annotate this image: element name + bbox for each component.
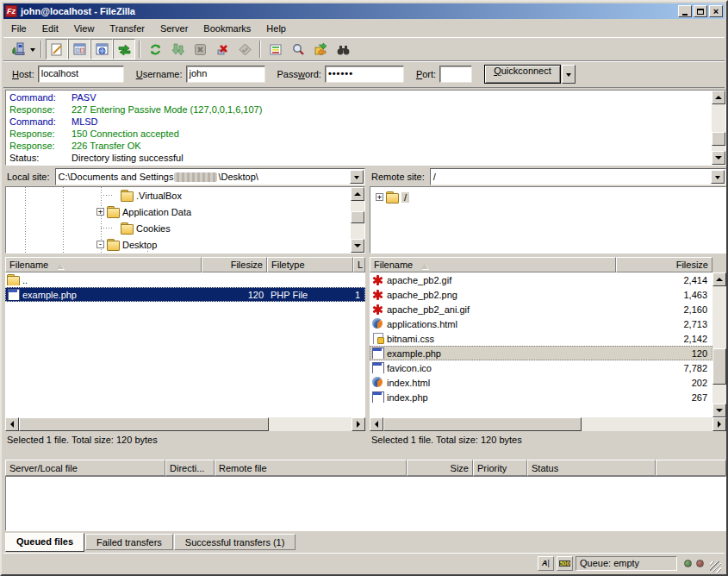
username-input[interactable]: john	[186, 66, 265, 83]
log-scrollbar[interactable]	[712, 91, 725, 165]
file-row-example-php[interactable]: example.php 120 PHP File 1	[5, 287, 365, 302]
toggle-transfer-queue-button[interactable]	[113, 39, 135, 59]
password-input[interactable]: ••••••	[325, 66, 404, 83]
menu-server[interactable]: Server	[152, 21, 196, 36]
menu-view[interactable]: View	[66, 21, 103, 36]
scroll-right-button[interactable]	[352, 417, 365, 431]
queue-header: Server/Local file Directi... Remote file…	[5, 460, 726, 476]
quickconnect-button[interactable]: Quickconnect	[484, 65, 561, 84]
scroll-down-button[interactable]	[712, 404, 726, 417]
column-header-server-local-file[interactable]: Server/Local file	[5, 460, 165, 476]
file-row[interactable]: apache_pb2.gif 2,414	[370, 272, 712, 287]
menu-file[interactable]: File	[3, 21, 34, 36]
tab-failed-transfers[interactable]: Failed transfers	[85, 534, 173, 550]
column-header-status[interactable]: Status	[527, 460, 656, 476]
find-files-button[interactable]	[332, 39, 354, 59]
site-manager-dropdown-arrow[interactable]	[30, 48, 35, 54]
column-header-filesize[interactable]: Filesize	[616, 257, 712, 272]
site-manager-button[interactable]	[7, 39, 29, 59]
scroll-up-button[interactable]	[712, 272, 726, 286]
scrollbar-thumb[interactable]	[351, 211, 364, 223]
scroll-left-button[interactable]	[370, 417, 383, 431]
minimize-button[interactable]	[678, 5, 692, 17]
scroll-left-button[interactable]	[5, 417, 19, 431]
file-row[interactable]: favicon.ico 7,782	[370, 360, 712, 375]
tab-queued-files[interactable]: Queued files	[5, 533, 84, 552]
local-site-dropdown-button[interactable]	[350, 170, 364, 184]
local-tree-scrollbar[interactable]	[351, 187, 364, 253]
log-text: PASV	[72, 91, 96, 103]
local-horizontal-scrollbar[interactable]	[5, 417, 365, 431]
directory-comparison-button[interactable]	[287, 39, 309, 59]
resize-grip[interactable]	[710, 561, 721, 573]
file-row-example-php[interactable]: example.php 120	[370, 346, 712, 360]
tree-item-virtualbox[interactable]: .VirtualBox	[110, 187, 182, 203]
close-button[interactable]: ×	[709, 5, 723, 17]
column-header-filename[interactable]: Filename	[370, 257, 616, 272]
title-bar[interactable]: Fz john@localhost - FileZilla ×	[3, 3, 725, 19]
folder-icon	[121, 222, 134, 234]
host-input[interactable]: localhost	[38, 66, 124, 83]
remote-site-dropdown-button[interactable]	[711, 170, 725, 184]
disconnect-button[interactable]	[211, 39, 233, 59]
remote-site-combo[interactable]: /	[430, 168, 726, 185]
queue-body[interactable]	[5, 476, 726, 531]
toggle-local-tree-button[interactable]	[68, 39, 90, 59]
column-header-priority[interactable]: Priority	[473, 460, 527, 476]
local-list-header: Filename Filesize Filetype L	[5, 257, 365, 272]
tree-item-root[interactable]: + /	[376, 189, 409, 205]
scroll-right-button[interactable]	[712, 417, 726, 431]
file-row[interactable]: index.html 202	[370, 375, 712, 390]
scroll-up-button[interactable]	[712, 91, 725, 104]
tree-item-cookies[interactable]: Cookies	[110, 220, 171, 236]
menu-edit[interactable]: Edit	[34, 21, 66, 36]
local-path-prefix: C:\Documents and Settings	[59, 172, 174, 182]
scrollbar-thumb[interactable]	[19, 417, 269, 431]
file-row[interactable]: applications.html 2,713	[370, 316, 712, 331]
menu-help[interactable]: Help	[258, 21, 294, 36]
process-queue-button[interactable]	[166, 39, 189, 59]
column-header-direction[interactable]: Directi...	[165, 460, 215, 476]
file-row[interactable]: apache_pb2.png 1,463	[370, 287, 712, 302]
scroll-up-button[interactable]	[351, 187, 364, 201]
column-header-size[interactable]: Size	[407, 460, 473, 476]
toggle-message-log-button[interactable]	[46, 39, 68, 59]
remote-horizontal-scrollbar[interactable]	[370, 417, 726, 431]
tree-expander-plus[interactable]: +	[96, 208, 104, 216]
toggle-remote-tree-button[interactable]	[90, 39, 113, 59]
tree-item-application-data[interactable]: + Application Data	[96, 203, 191, 220]
scroll-down-button[interactable]	[712, 151, 725, 165]
column-header-remote-file[interactable]: Remote file	[215, 460, 407, 476]
remote-list-scrollbar[interactable]	[712, 272, 726, 417]
tree-expander-plus[interactable]: +	[376, 193, 383, 201]
quickconnect-dropdown-button[interactable]	[562, 65, 576, 84]
file-row[interactable]: index.php 267	[370, 390, 712, 404]
column-header-filesize[interactable]: Filesize	[202, 257, 267, 272]
cancel-operation-button[interactable]	[189, 39, 211, 59]
reconnect-button[interactable]	[233, 39, 256, 59]
refresh-button[interactable]	[144, 39, 166, 59]
scrollbar-thumb[interactable]	[383, 417, 582, 431]
column-header-modified[interactable]: L	[353, 257, 365, 272]
menu-transfer[interactable]: Transfer	[102, 21, 152, 36]
tree-item-desktop[interactable]: - Desktop	[96, 236, 157, 253]
directory-filters-button[interactable]	[264, 39, 287, 59]
column-header-filename[interactable]: Filename	[5, 257, 202, 272]
maximize-button[interactable]	[694, 5, 707, 17]
local-site-combo[interactable]: C:\Documents and Settings\Desktop\	[55, 168, 365, 185]
scroll-down-button[interactable]	[351, 239, 364, 253]
menu-bookmarks[interactable]: Bookmarks	[196, 21, 258, 36]
speed-limit-icon[interactable]: 500	[557, 556, 573, 571]
port-input[interactable]	[439, 66, 472, 83]
file-row-parent-dir[interactable]: ..	[5, 272, 365, 287]
tree-expander-minus[interactable]: -	[96, 241, 104, 248]
data-type-indicator-icon[interactable]: A|	[538, 556, 554, 571]
remote-directory-tree: + /	[370, 186, 726, 254]
file-row[interactable]: apache_pb2_ani.gif 2,160	[370, 302, 712, 316]
scrollbar-thumb[interactable]	[712, 132, 725, 146]
synchronized-browsing-button[interactable]	[309, 39, 332, 59]
column-header-filetype[interactable]: Filetype	[267, 257, 353, 272]
scrollbar-thumb[interactable]	[712, 348, 726, 385]
file-row[interactable]: bitnami.css 2,142	[370, 331, 712, 346]
tab-successful-transfers[interactable]: Successful transfers (1)	[174, 534, 296, 550]
